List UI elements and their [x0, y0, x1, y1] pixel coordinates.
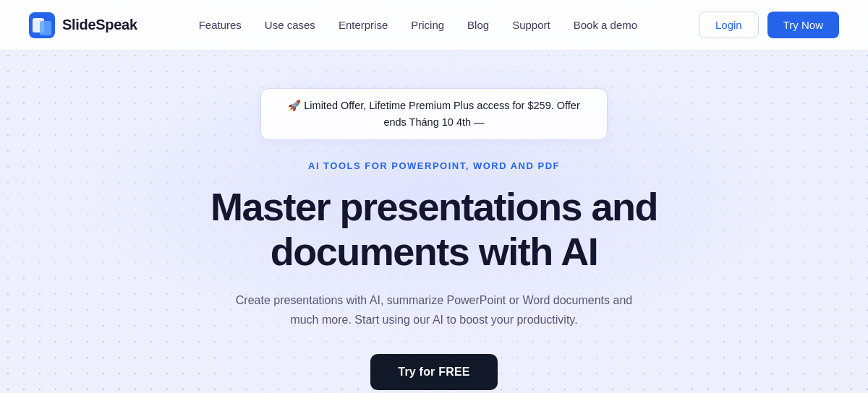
nav-item-pricing[interactable]: Pricing	[411, 19, 444, 32]
hero-title-line2: documents with AI	[271, 230, 598, 273]
nav-item-enterprise[interactable]: Enterprise	[339, 19, 388, 32]
nav-item-blog[interactable]: Blog	[467, 19, 489, 32]
promo-emoji: 🚀	[288, 100, 304, 111]
page-wrapper: SlideSpeak Features Use cases Enterprise…	[0, 0, 868, 393]
svg-rect-2	[40, 21, 51, 35]
logo[interactable]: SlideSpeak	[29, 12, 137, 38]
logo-text: SlideSpeak	[62, 17, 137, 33]
login-button[interactable]: Login	[699, 12, 759, 38]
hero-title: Master presentations and documents with …	[210, 184, 658, 274]
try-now-button[interactable]: Try Now	[767, 12, 839, 38]
nav-item-support[interactable]: Support	[512, 19, 550, 32]
nav-links: Features Use cases Enterprise Pricing Bl…	[199, 19, 637, 32]
navbar: SlideSpeak Features Use cases Enterprise…	[0, 0, 868, 51]
promo-text: Limited Offer, Lifetime Premium Plus acc…	[304, 100, 579, 128]
logo-icon	[29, 12, 55, 38]
hero-section: 🚀 Limited Offer, Lifetime Premium Plus a…	[0, 51, 868, 390]
hero-description: Create presentations with AI, summarize …	[231, 290, 637, 329]
try-free-button[interactable]: Try for FREE	[370, 354, 497, 390]
nav-item-use-cases[interactable]: Use cases	[265, 19, 315, 32]
nav-actions: Login Try Now	[699, 12, 839, 38]
hero-title-line1: Master presentations and	[210, 185, 658, 228]
nav-item-book-demo[interactable]: Book a demo	[574, 19, 637, 32]
promo-banner[interactable]: 🚀 Limited Offer, Lifetime Premium Plus a…	[260, 88, 608, 140]
nav-item-features[interactable]: Features	[199, 19, 242, 32]
hero-subtitle: AI TOOLS FOR POWERPOINT, WORD AND PDF	[308, 160, 560, 171]
